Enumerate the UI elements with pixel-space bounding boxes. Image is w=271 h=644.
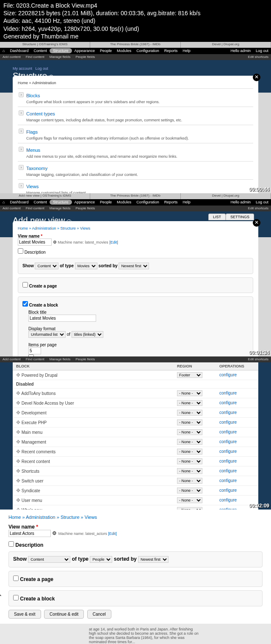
region-select[interactable]: - None - — [177, 429, 202, 435]
hello-admin[interactable]: Hello admin — [228, 49, 253, 53]
sc-find[interactable]: Find content — [23, 55, 47, 59]
configure-link[interactable]: configure — [219, 410, 237, 415]
drag-icon[interactable]: ✥ — [16, 478, 20, 484]
region-select[interactable]: - None - — [177, 478, 202, 484]
description-checkbox[interactable] — [18, 248, 23, 254]
structure-item[interactable]: ›FlagsConfigure flags for marking conten… — [18, 125, 253, 143]
configure-link[interactable]: configure — [219, 478, 237, 483]
continue-edit-button[interactable]: Continue & edit — [44, 610, 84, 619]
structure-item[interactable]: ›TaxonomyManage tagging, categorization,… — [18, 161, 253, 179]
view-name-input[interactable] — [18, 238, 52, 246]
drag-icon[interactable]: ✥ — [16, 497, 20, 503]
region-select[interactable]: - None - — [177, 400, 202, 406]
region-select[interactable]: Footer — [177, 372, 202, 378]
configure-link[interactable]: configure — [219, 400, 237, 405]
region-select[interactable]: - None - — [177, 449, 202, 455]
create-block-checkbox[interactable] — [13, 595, 19, 600]
configure-link[interactable]: configure — [219, 430, 237, 434]
nav-content[interactable]: Content — [31, 49, 50, 53]
sc-add[interactable]: Add content — [0, 55, 23, 59]
settings-tab[interactable]: SETTINGS — [226, 214, 254, 220]
configure-link[interactable]: configure — [219, 420, 237, 425]
drag-icon[interactable]: ✥ — [16, 458, 20, 464]
nav-structure[interactable]: Structure — [50, 48, 72, 53]
configure-link[interactable]: configure — [219, 498, 237, 502]
sort-select[interactable]: Newest first — [119, 263, 149, 269]
item-link[interactable]: Content types — [26, 111, 55, 116]
drag-icon[interactable]: ✥ — [16, 468, 20, 474]
edit-machine-name[interactable]: [Edit] — [108, 532, 117, 536]
create-page-checkbox[interactable] — [22, 282, 28, 288]
item-link[interactable]: Views — [26, 184, 39, 189]
drag-icon[interactable]: ✥ — [16, 488, 20, 493]
nav-appearance[interactable]: Appearance — [72, 49, 98, 53]
region-select[interactable]: - None - — [177, 497, 202, 503]
structure-item[interactable]: ›ViewsManage customized lists of content… — [18, 179, 253, 193]
gear-icon[interactable]: ⚙ — [52, 530, 57, 536]
drag-icon[interactable]: ✥ — [16, 390, 20, 396]
view-name-input[interactable] — [8, 530, 51, 537]
configure-link[interactable]: configure — [219, 391, 237, 395]
item-link[interactable]: Flags — [26, 129, 38, 134]
block-title-input[interactable] — [28, 315, 96, 322]
configure-link[interactable]: configure — [219, 439, 237, 444]
structure-item[interactable]: ›MenusAdd new menus to your site, edit e… — [18, 143, 253, 161]
drag-icon[interactable]: ✥ — [16, 419, 20, 425]
item-link[interactable]: Menus — [26, 148, 40, 153]
close-icon[interactable]: ✕ — [253, 74, 260, 81]
region-select[interactable]: - None - — [177, 390, 202, 396]
item-link[interactable]: Taxonomy — [26, 166, 47, 171]
tab[interactable]: Structure | OSTraining's IDMS — [0, 42, 90, 48]
nav-dashboard[interactable]: Dashboard — [7, 49, 31, 53]
edit-shortcuts[interactable]: Edit shortcuts — [246, 55, 271, 59]
tab[interactable]: The Princess Bride (1987) - IMDb — [90, 42, 180, 48]
sc-fields[interactable]: Manage fields — [47, 55, 73, 59]
region-select[interactable]: - None - — [177, 458, 202, 464]
region-select[interactable]: - None - — [177, 439, 202, 445]
logout[interactable]: Log out — [253, 49, 271, 53]
home-icon[interactable]: ⌂ — [0, 200, 7, 204]
nav-modules[interactable]: Modules — [114, 49, 134, 53]
nav-people[interactable]: People — [97, 49, 114, 53]
format-select[interactable]: Unformatted list — [28, 331, 66, 338]
structure-item[interactable]: ›Content typesManage content types, incl… — [18, 107, 253, 125]
cancel-button[interactable]: Cancel — [87, 610, 111, 619]
items-per-page-input[interactable] — [28, 347, 41, 354]
region-select[interactable]: - None - — [177, 419, 202, 425]
close-icon[interactable]: ✕ — [253, 219, 260, 227]
nav-config[interactable]: Configuration — [134, 49, 162, 53]
create-block-checkbox[interactable] — [22, 301, 28, 307]
configure-link[interactable]: configure — [219, 449, 237, 454]
configure-link[interactable]: configure — [219, 469, 237, 473]
type-select[interactable]: People — [90, 556, 112, 563]
region-select[interactable]: - None - — [177, 410, 202, 416]
drag-icon[interactable]: ✥ — [16, 449, 20, 455]
drag-icon[interactable]: ✥ — [16, 372, 20, 378]
drag-icon[interactable]: ✥ — [16, 410, 20, 416]
type-select[interactable]: Movies — [75, 263, 97, 269]
sort-select[interactable]: Newest first — [138, 556, 169, 563]
show-select[interactable]: Content — [35, 263, 58, 269]
structure-item[interactable]: ›BlocksConfigure what block content appe… — [18, 88, 253, 107]
of-select[interactable]: titles (linked) — [72, 331, 103, 338]
item-link[interactable]: Blocks — [26, 93, 40, 98]
sc-people[interactable]: People fields — [73, 55, 98, 59]
configure-link[interactable]: configure — [219, 373, 237, 377]
show-select[interactable]: Content — [28, 556, 70, 563]
description-checkbox[interactable] — [8, 541, 14, 547]
drag-icon[interactable]: ✥ — [16, 429, 20, 435]
edit-machine-name[interactable]: [Edit] — [109, 240, 118, 244]
create-page-checkbox[interactable] — [13, 575, 19, 581]
configure-link[interactable]: configure — [219, 459, 237, 463]
region-select[interactable]: - None - — [177, 468, 202, 474]
drag-icon[interactable]: ✥ — [16, 439, 20, 445]
save-exit-button[interactable]: Save & exit — [8, 610, 41, 619]
configure-link[interactable]: configure — [219, 488, 237, 493]
nav-help[interactable]: Help — [180, 49, 193, 53]
gear-icon[interactable]: ⚙ — [53, 240, 57, 244]
home-icon[interactable]: ⌂ — [0, 49, 7, 53]
tab[interactable]: Add new view | OSTraining's IDMS — [0, 193, 90, 199]
tab[interactable]: Devel | Drupal.org — [181, 42, 271, 48]
drag-icon[interactable]: ✥ — [16, 400, 20, 406]
region-select[interactable]: - None - — [177, 488, 202, 493]
